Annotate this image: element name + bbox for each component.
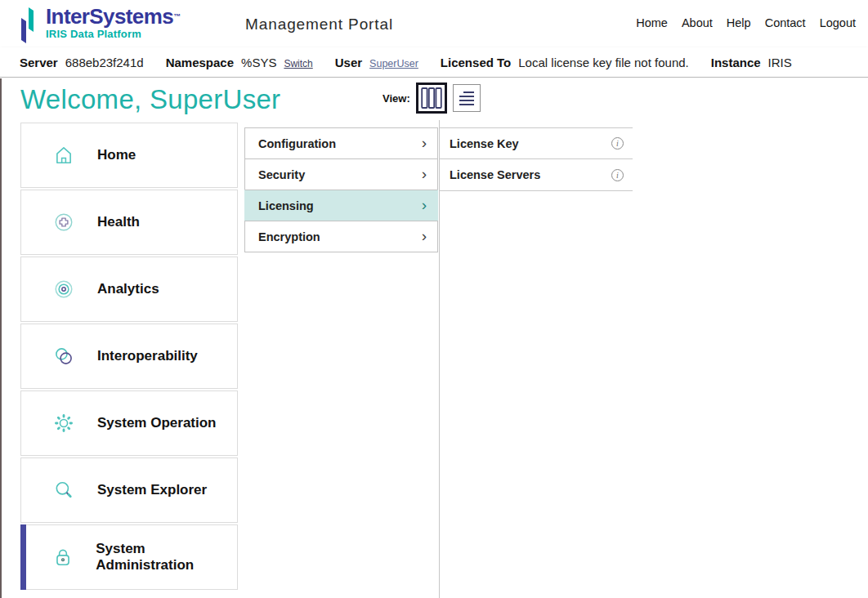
licensed-to-label: Licensed To bbox=[441, 56, 511, 69]
server-info-bar: Server 688eb23f241d Namespace %SYS Switc… bbox=[0, 47, 868, 78]
sidebar-item-system-operation[interactable]: System Operation bbox=[20, 390, 238, 456]
chevron-right-icon: › bbox=[422, 197, 427, 212]
home-icon bbox=[52, 145, 75, 166]
instance-info: Instance IRIS bbox=[711, 56, 792, 69]
columns-view-icon bbox=[419, 86, 444, 110]
sidebar-item-label: System Administration bbox=[96, 541, 237, 573]
user-profile-link[interactable]: SuperUser bbox=[369, 58, 418, 69]
submenu-item-label: Licensing bbox=[258, 199, 314, 212]
welcome-banner: Welcome, SuperUser View: bbox=[0, 78, 868, 120]
main-menu: Home Health Analytics bbox=[20, 123, 238, 591]
sidebar-item-home[interactable]: Home bbox=[20, 123, 238, 188]
top-nav: Home About Help Contact Logout bbox=[636, 16, 856, 29]
nav-logout-link[interactable]: Logout bbox=[820, 16, 856, 29]
submenu-item-configuration[interactable]: Configuration › bbox=[244, 127, 438, 159]
nav-home-link[interactable]: Home bbox=[636, 16, 668, 29]
namespace-value: %SYS bbox=[241, 56, 276, 69]
intersystems-logo: InterSystems™ IRIS Data Platform bbox=[18, 6, 181, 43]
submenu-item-label: Configuration bbox=[258, 137, 336, 150]
info-icon[interactable]: i bbox=[611, 137, 624, 150]
submenu-item-label: Security bbox=[258, 168, 305, 181]
instance-value: IRIS bbox=[768, 56, 792, 69]
sidebar-item-label: Home bbox=[97, 147, 136, 163]
brand-name: InterSystems bbox=[46, 4, 173, 29]
submenu-item-encryption[interactable]: Encryption › bbox=[244, 221, 438, 252]
window-edge-line bbox=[0, 78, 2, 598]
sidebar-item-interoperability[interactable]: Interoperability bbox=[20, 324, 238, 389]
submenu-system-administration: Configuration › Security › Licensing › E… bbox=[244, 127, 438, 252]
nav-contact-link[interactable]: Contact bbox=[765, 16, 806, 29]
licensed-to-info: Licensed To Local license key file not f… bbox=[441, 56, 689, 69]
namespace-info: Namespace %SYS Switch bbox=[166, 56, 313, 69]
submenu-licensing: License Key i License Servers i bbox=[440, 127, 633, 191]
page-title: Management Portal bbox=[245, 16, 393, 33]
server-info: Server 688eb23f241d bbox=[20, 56, 144, 69]
sidebar-item-system-administration[interactable]: System Administration bbox=[20, 524, 238, 590]
submenu-item-licensing[interactable]: Licensing › bbox=[244, 190, 438, 221]
view-label: View: bbox=[383, 92, 410, 105]
sidebar-item-label: Analytics bbox=[97, 281, 159, 297]
menu-item-license-key[interactable]: License Key i bbox=[440, 127, 633, 159]
brand-subtitle: IRIS Data Platform bbox=[46, 28, 181, 40]
sidebar-item-system-explorer[interactable]: System Explorer bbox=[20, 457, 238, 523]
menu-item-license-servers[interactable]: License Servers i bbox=[440, 159, 633, 191]
server-value: 688eb23f241d bbox=[65, 56, 144, 69]
sidebar-item-label: System Explorer bbox=[97, 482, 207, 498]
menu-item-label: License Servers bbox=[450, 168, 540, 181]
intersystems-logo-icon bbox=[18, 7, 39, 43]
interoperability-icon bbox=[52, 346, 75, 367]
view-switcher: View: bbox=[383, 83, 481, 114]
list-view-icon bbox=[454, 86, 479, 110]
system-explorer-icon bbox=[52, 480, 75, 501]
instance-label: Instance bbox=[711, 56, 761, 69]
column-divider bbox=[439, 120, 440, 598]
licensed-to-value: Local license key file not found. bbox=[518, 56, 688, 69]
menu-item-label: License Key bbox=[450, 137, 519, 150]
sidebar-item-label: System Operation bbox=[97, 415, 217, 431]
namespace-label: Namespace bbox=[166, 56, 234, 69]
analytics-icon bbox=[52, 279, 75, 300]
submenu-item-label: Encryption bbox=[258, 230, 320, 243]
sidebar-item-health[interactable]: Health bbox=[20, 190, 238, 255]
nav-help-link[interactable]: Help bbox=[727, 16, 751, 29]
logo-text: InterSystems™ IRIS Data Platform bbox=[46, 6, 181, 40]
welcome-heading: Welcome, SuperUser bbox=[20, 84, 280, 115]
columns-view-button[interactable] bbox=[416, 83, 447, 114]
system-administration-icon bbox=[52, 547, 74, 568]
user-label: User bbox=[335, 56, 362, 69]
user-info: User SuperUser bbox=[335, 56, 418, 69]
sidebar-item-label: Health bbox=[97, 214, 140, 230]
server-label: Server bbox=[20, 56, 58, 69]
submenu-item-security[interactable]: Security › bbox=[244, 158, 438, 190]
nav-about-link[interactable]: About bbox=[682, 16, 713, 29]
info-icon[interactable]: i bbox=[611, 169, 624, 181]
namespace-switch-link[interactable]: Switch bbox=[284, 58, 312, 69]
chevron-right-icon: › bbox=[422, 166, 427, 181]
health-icon bbox=[52, 212, 75, 233]
chevron-right-icon: › bbox=[422, 228, 427, 243]
system-operation-icon bbox=[52, 413, 75, 434]
brand-trademark: ™ bbox=[173, 12, 180, 20]
chevron-right-icon: › bbox=[422, 135, 427, 150]
top-header: InterSystems™ IRIS Data Platform Managem… bbox=[0, 0, 868, 47]
management-portal-page: InterSystems™ IRIS Data Platform Managem… bbox=[0, 0, 868, 598]
list-view-button[interactable] bbox=[453, 84, 481, 112]
sidebar-item-label: Interoperability bbox=[97, 348, 198, 364]
sidebar-item-analytics[interactable]: Analytics bbox=[20, 257, 238, 322]
